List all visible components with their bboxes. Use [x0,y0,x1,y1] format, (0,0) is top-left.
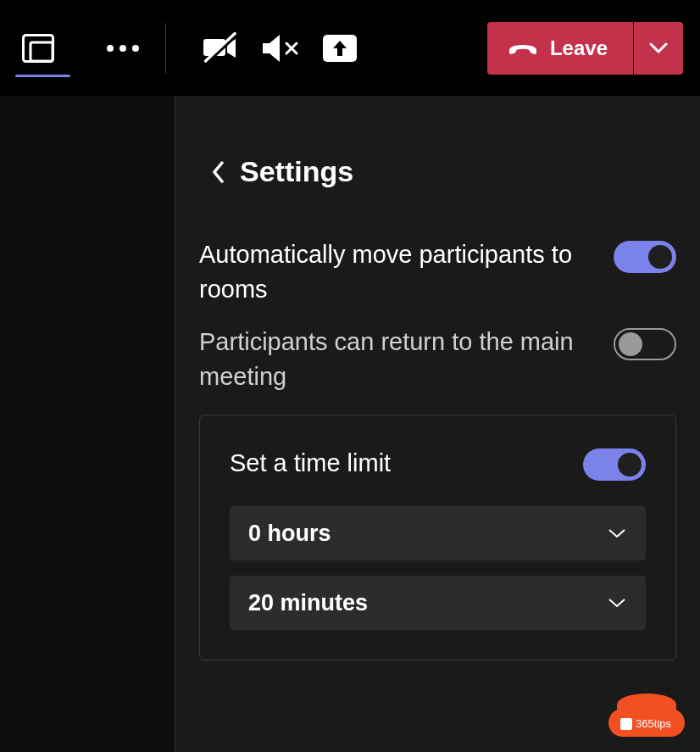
panel-title: Settings [240,155,353,188]
camera-toggle-button[interactable] [192,0,251,96]
return-main-label: Participants can return to the main meet… [199,325,597,393]
auto-move-toggle[interactable] [614,241,676,273]
chevron-down-icon [649,42,668,54]
watermark-text: 365tips [636,717,671,730]
settings-panel: Settings Automatically move participants… [175,96,700,752]
more-options-button[interactable] [97,0,148,96]
toolbar-left-group [4,0,148,96]
time-limit-toggle[interactable] [583,448,646,481]
watermark-badge: 365tips [608,709,685,737]
meeting-toolbar: Leave [0,0,700,96]
hours-dropdown[interactable]: 0 hours [230,506,646,560]
office-icon [620,718,632,730]
speaker-muted-icon [261,32,300,64]
hours-value: 0 hours [248,521,331,547]
toggle-knob [619,332,642,356]
auto-move-label: Automatically move participants to rooms [199,237,597,306]
left-sidebar [0,96,175,752]
share-tray-icon [323,35,357,62]
main-area: Settings Automatically move participants… [0,96,700,752]
hangup-icon [508,40,538,57]
leave-button[interactable]: Leave [487,22,633,75]
chevron-left-icon [211,160,225,184]
back-button[interactable] [211,160,225,184]
chevron-down-icon [607,527,627,539]
chevron-down-icon [607,597,627,609]
svg-point-2 [107,45,114,52]
audio-toggle-button[interactable] [251,0,310,96]
camera-off-icon [203,32,240,64]
toolbar-divider [165,23,166,74]
leave-button-group: Leave [487,22,683,75]
minutes-value: 20 minutes [248,590,368,616]
breakout-rooms-icon [22,34,54,63]
leave-label: Leave [550,36,608,60]
toggle-knob [618,453,642,476]
svg-rect-1 [31,42,53,61]
svg-point-4 [132,45,139,52]
return-main-toggle[interactable] [614,328,676,360]
panel-header: Settings [211,155,676,188]
share-screen-button[interactable] [310,0,369,96]
breakout-rooms-button[interactable] [4,0,72,96]
toggle-knob [648,245,672,269]
leave-options-button[interactable] [634,22,683,75]
svg-point-3 [119,45,126,52]
return-main-setting: Participants can return to the main meet… [199,325,676,393]
auto-move-setting: Automatically move participants to rooms [199,237,676,306]
time-limit-title: Set a time limit [230,449,391,477]
time-limit-header: Set a time limit [230,445,646,481]
time-limit-card: Set a time limit 0 hours 20 minutes [199,415,676,660]
more-icon [106,44,140,53]
minutes-dropdown[interactable]: 20 minutes [230,576,646,630]
